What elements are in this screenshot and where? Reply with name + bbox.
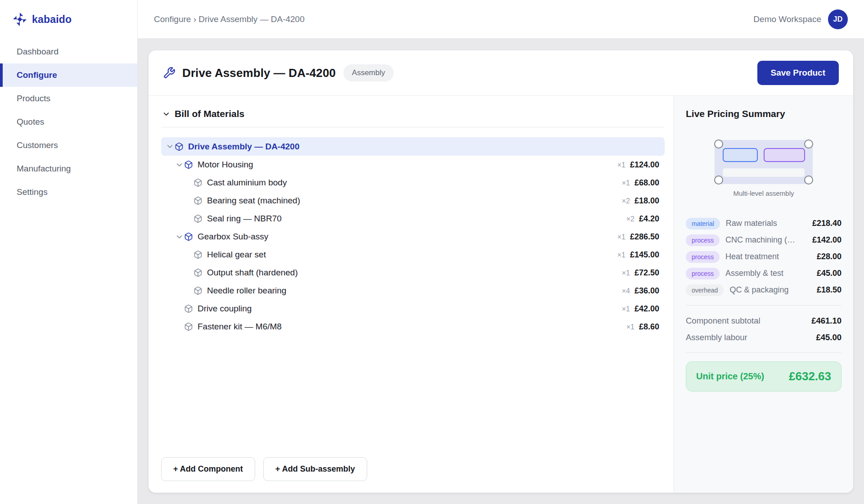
subassembly-block-purple — [764, 148, 805, 162]
process-badge: process — [686, 268, 720, 279]
pricing-line: material Raw materials £218.40 — [686, 215, 842, 232]
bom-row-drive-coupling[interactable]: Drive coupling ×1£42.00 — [161, 300, 665, 318]
bom-row-helical-gear-set[interactable]: Helical gear set ×1£145.00 — [161, 246, 665, 264]
unit-price-box: Unit price (25%) £632.63 — [686, 361, 842, 392]
wrench-icon — [163, 67, 176, 79]
pricing-line: overhead QC & packaging £18.50 — [686, 282, 842, 298]
add-component-button[interactable]: + Add Component — [161, 457, 255, 481]
chevron-down-icon — [162, 110, 171, 118]
sidebar-nav: Dashboard Configure Products Quotes Cust… — [0, 40, 137, 204]
bom-row-price: £8.60 — [639, 322, 659, 332]
main-column: Configure › Drive Assembly — DA-4200 Dem… — [138, 0, 864, 504]
bom-row-seal-ring[interactable]: Seal ring — NBR70 ×2£4.20 — [161, 210, 665, 228]
unit-price-value: £632.63 — [789, 369, 831, 383]
bom-row-price: £72.50 — [634, 268, 659, 278]
subassembly-block-blue — [723, 148, 758, 162]
pricing-title: Live Pricing Summary — [686, 108, 842, 119]
bom-row-qty: ×2 — [622, 197, 630, 205]
bom-row-price: £145.00 — [630, 250, 659, 260]
divider — [686, 305, 842, 306]
bom-actions: + Add Component + Add Sub-assembly — [161, 448, 665, 481]
process-badge: process — [686, 251, 720, 263]
sidebar-item-manufacturing[interactable]: Manufacturing — [0, 157, 137, 180]
save-product-button[interactable]: Save Product — [757, 61, 839, 85]
material-badge: material — [686, 218, 720, 230]
bom-row-price: £124.00 — [630, 160, 659, 170]
bom-row-label: Output shaft (hardened) — [207, 268, 298, 278]
bom-row-needle-roller-bearing[interactable]: Needle roller bearing ×4£36.00 — [161, 282, 665, 300]
bom-row-fastener-kit[interactable]: Fastener kit — M6/M8 ×1£8.60 — [161, 318, 665, 336]
bom-row-label: Seal ring — NBR70 — [207, 214, 282, 224]
chevron-down-icon[interactable] — [175, 233, 184, 241]
corner-node — [714, 140, 723, 148]
content-area: Drive Assembly — DA-4200 Assembly Save P… — [138, 39, 864, 504]
bom-row-label: Bearing seat (machined) — [207, 196, 300, 206]
app-root: kabaido Dashboard Configure Products Quo… — [0, 0, 864, 504]
subtotal-label: Assembly labour — [686, 333, 816, 342]
pricing-lines: material Raw materials £218.40 process C… — [686, 215, 842, 298]
bom-row-label: Fastener kit — M6/M8 — [198, 322, 282, 332]
brand-logo[interactable]: kabaido — [0, 0, 137, 40]
pricing-line-value: £45.00 — [817, 269, 842, 278]
bom-row-price: £286.50 — [630, 232, 659, 242]
bom-row-qty: ×2 — [626, 215, 634, 223]
bom-row-qty: ×1 — [626, 323, 634, 331]
bom-row-drive-assembly[interactable]: Drive Assembly — DA-4200 — [161, 137, 665, 156]
assembly-illustration — [715, 140, 813, 184]
breadcrumb[interactable]: Configure › Drive Assembly — DA-4200 — [154, 14, 305, 24]
overhead-badge: overhead — [686, 284, 724, 296]
corner-node — [714, 176, 723, 184]
bom-section-header[interactable]: Bill of Materials — [161, 108, 665, 127]
pricing-line: process CNC machining (… £142.00 — [686, 232, 842, 248]
cube-icon — [184, 322, 193, 331]
bom-row-label: Cast aluminium body — [207, 178, 287, 188]
bom-row-label: Drive coupling — [198, 304, 252, 314]
bom-row-qty: ×1 — [617, 161, 626, 169]
cube-icon — [184, 232, 193, 241]
bom-section: Bill of Materials Drive Assembly — DA-42… — [148, 96, 674, 493]
bom-row-qty: ×1 — [622, 269, 630, 277]
pricing-line: process Heat treatment £28.00 — [686, 248, 842, 265]
bom-row-qty: ×1 — [622, 305, 630, 313]
bom-row-gearbox-subassy[interactable]: Gearbox Sub-assy ×1£286.50 — [161, 228, 665, 246]
bom-row-price: £4.20 — [639, 214, 659, 224]
pricing-line-label: CNC machining (… — [725, 235, 809, 245]
base-block — [723, 168, 805, 177]
product-card: Drive Assembly — DA-4200 Assembly Save P… — [148, 50, 853, 493]
cube-icon — [194, 196, 202, 205]
cube-icon — [194, 178, 202, 187]
add-subassembly-button[interactable]: + Add Sub-assembly — [263, 457, 367, 481]
bom-row-label: Motor Housing — [198, 160, 253, 170]
topbar: Configure › Drive Assembly — DA-4200 Dem… — [138, 0, 864, 39]
product-header: Drive Assembly — DA-4200 Assembly Save P… — [148, 50, 853, 96]
chevron-down-icon[interactable] — [166, 142, 174, 151]
cube-icon — [184, 304, 193, 313]
cube-icon — [194, 250, 202, 259]
sidebar-item-settings[interactable]: Settings — [0, 180, 137, 204]
bom-row-output-shaft[interactable]: Output shaft (hardened) ×1£72.50 — [161, 264, 665, 282]
sidebar-item-quotes[interactable]: Quotes — [0, 110, 137, 134]
chevron-down-icon[interactable] — [175, 161, 184, 169]
pricing-panel: Live Pricing Summary Multi-level assembl… — [674, 96, 853, 493]
sidebar-item-configure[interactable]: Configure — [0, 63, 137, 87]
avatar[interactable]: JD — [828, 9, 848, 29]
sidebar-item-customers[interactable]: Customers — [0, 134, 137, 157]
bom-row-qty: ×4 — [622, 287, 630, 295]
card-body: Bill of Materials Drive Assembly — DA-42… — [148, 96, 853, 493]
bom-row-label: Helical gear set — [207, 250, 266, 260]
cube-icon — [194, 214, 202, 223]
component-subtotal-row: Component subtotal £461.10 — [686, 312, 842, 329]
sidebar-item-products[interactable]: Products — [0, 87, 137, 110]
bom-row-bearing-seat[interactable]: Bearing seat (machined) ×2£18.00 — [161, 192, 665, 210]
subtotal-value: £461.10 — [811, 316, 842, 326]
corner-node — [804, 140, 813, 148]
bom-row-cast-aluminium-body[interactable]: Cast aluminium body ×1£68.00 — [161, 174, 665, 192]
sidebar-item-dashboard[interactable]: Dashboard — [0, 40, 137, 63]
bom-tree: Drive Assembly — DA-4200 Motor Housing ×… — [161, 137, 665, 336]
cube-icon — [184, 160, 193, 169]
bom-row-motor-housing[interactable]: Motor Housing ×1£124.00 — [161, 156, 665, 174]
process-badge: process — [686, 234, 720, 246]
assembly-type-badge: Assembly — [343, 64, 394, 81]
assembly-labour-row: Assembly labour £45.00 — [686, 329, 842, 346]
pricing-line-value: £28.00 — [817, 252, 842, 261]
